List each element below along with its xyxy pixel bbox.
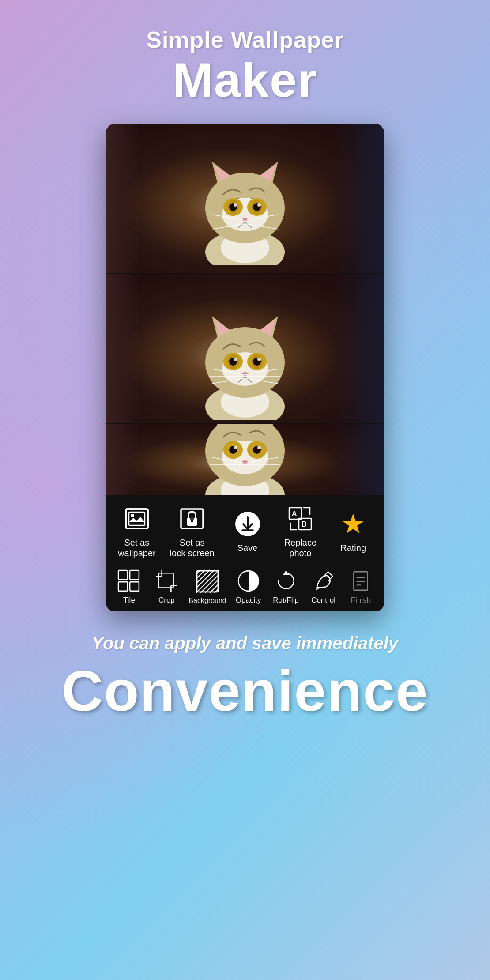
bottom-section: You can apply and save immediately Conve… [0, 611, 490, 733]
header: Simple Wallpaper Maker [0, 0, 490, 124]
background-icon [196, 570, 219, 593]
svg-rect-78 [119, 582, 128, 591]
cat-image-1 [188, 137, 302, 267]
svg-text:B: B [302, 520, 307, 528]
finish-button[interactable]: Finish [345, 569, 376, 605]
rot-flip-button[interactable]: Rot/Flip [271, 569, 302, 605]
save-icon [233, 509, 263, 539]
save-label: Save [237, 543, 258, 553]
crop-label: Crop [158, 596, 175, 605]
rotate-icon [275, 569, 298, 592]
rating-label: Rating [340, 543, 366, 553]
replace-photo-button[interactable]: A B Replacephoto [280, 504, 320, 558]
crop-icon [155, 569, 178, 592]
tile-icon [117, 569, 140, 592]
svg-rect-64 [129, 512, 145, 525]
control-label: Control [311, 596, 335, 605]
toolbar-row-1: Set aswallpaper Set aslock screen [110, 504, 380, 558]
rating-button[interactable]: ★ Rating [333, 509, 373, 553]
svg-line-89 [196, 570, 215, 588]
replace-photo-label: Replacephoto [284, 537, 317, 558]
tile-label: Tile [123, 596, 135, 605]
tile-button[interactable]: Tile [113, 569, 144, 605]
app-title: Maker [9, 53, 481, 106]
svg-line-90 [196, 570, 219, 593]
svg-rect-76 [119, 570, 128, 580]
cat-panel-3 [106, 424, 384, 495]
cat-image-2 [188, 292, 302, 422]
set-wallpaper-button[interactable]: Set aswallpaper [117, 504, 157, 558]
wallpaper-icon [122, 504, 152, 534]
finish-icon [349, 569, 372, 592]
svg-rect-79 [130, 582, 139, 591]
replace-icon: A B [285, 504, 315, 534]
svg-text:A: A [292, 510, 297, 517]
crop-button[interactable]: Crop [151, 569, 182, 605]
svg-point-69 [190, 517, 194, 520]
opacity-button[interactable]: Opacity [233, 569, 264, 605]
svg-rect-77 [130, 570, 139, 580]
background-button[interactable]: Background [188, 570, 226, 605]
opacity-label: Opacity [236, 596, 261, 605]
app-subtitle: Simple Wallpaper [9, 26, 481, 53]
toolbar-row-2: Tile Crop [110, 569, 380, 605]
svg-point-57 [257, 446, 261, 449]
rot-flip-label: Rot/Flip [273, 596, 299, 605]
phone-mockup: Set aswallpaper Set aslock screen [106, 124, 384, 611]
background-label: Background [188, 596, 226, 605]
svg-point-37 [257, 358, 261, 361]
svg-point-54 [234, 446, 237, 449]
lock-icon [177, 504, 207, 534]
control-icon [312, 569, 335, 592]
finish-label: Finish [351, 596, 371, 605]
tagline: You can apply and save immediately [18, 633, 472, 653]
save-button[interactable]: Save [228, 509, 268, 553]
big-word: Convenience [18, 658, 472, 724]
svg-point-65 [131, 514, 134, 517]
control-button[interactable]: Control [308, 569, 339, 605]
svg-point-33 [234, 358, 237, 361]
svg-point-15 [257, 203, 261, 207]
set-lockscreen-label: Set aslock screen [170, 537, 215, 558]
cat-panel-2 [106, 274, 384, 424]
set-lockscreen-button[interactable]: Set aslock screen [170, 504, 215, 558]
svg-point-11 [234, 203, 237, 207]
star-icon: ★ [338, 509, 368, 539]
set-wallpaper-label: Set aswallpaper [118, 537, 156, 558]
opacity-icon [237, 569, 260, 592]
svg-marker-97 [283, 570, 289, 575]
cat-panel-1 [106, 124, 384, 274]
cat-image-3 [188, 424, 302, 495]
svg-line-91 [200, 574, 219, 593]
toolbar: Set aswallpaper Set aslock screen [106, 495, 384, 611]
svg-point-96 [251, 577, 254, 580]
